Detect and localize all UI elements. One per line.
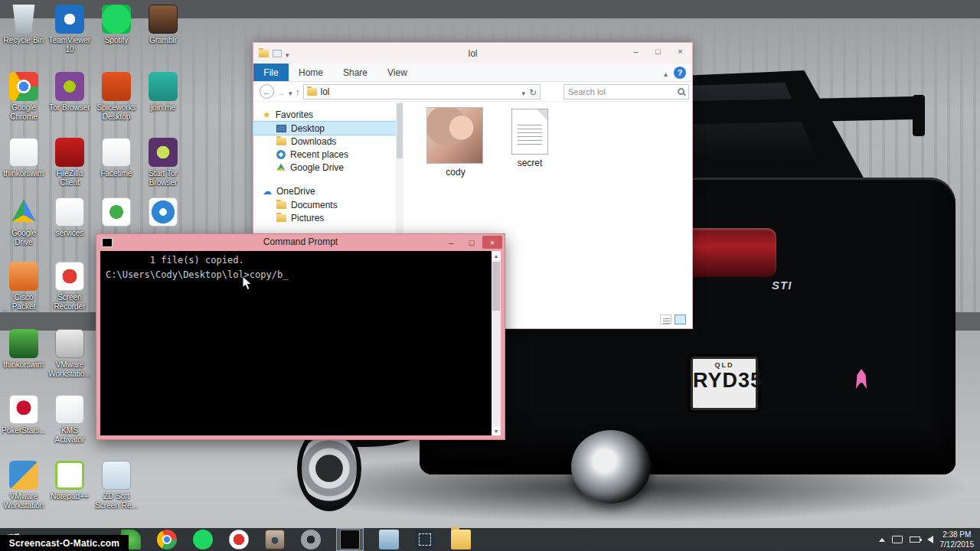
nav-item-desktop[interactable]: Desktop <box>253 122 396 135</box>
spotify-icon <box>102 5 131 34</box>
show-hidden-icons-chevron[interactable] <box>879 538 885 542</box>
ribbon-collapse-icon[interactable] <box>664 66 668 80</box>
desktop-icon-chrome[interactable]: Google Chrome <box>2 72 46 121</box>
thumbnails-view-button[interactable] <box>675 315 686 324</box>
nav-header-label: OneDrive <box>276 186 315 197</box>
nav-onedrive-header[interactable]: OneDrive <box>253 184 396 198</box>
nav-item-recent-places[interactable]: Recent places <box>253 148 396 161</box>
desktop-icon-notepad-plus-plus[interactable]: Notepad++ <box>47 461 92 501</box>
desktop-icon-cisco-packet-tracer[interactable]: Cisco Packet Tracer Inst... <box>2 262 46 311</box>
folder-icon <box>307 88 317 96</box>
pokerstars-icon <box>9 395 38 424</box>
address-bar[interactable]: lol <box>303 84 541 99</box>
desktop-icon-filezilla[interactable]: FileZilla Client <box>47 138 92 187</box>
taskbar-camera-app-icon[interactable] <box>265 530 285 549</box>
file-name: secret <box>505 158 555 168</box>
scroll-down-icon[interactable]: ▼ <box>492 426 501 435</box>
back-button[interactable] <box>260 84 274 99</box>
nav-item-pictures[interactable]: Pictures <box>253 211 396 224</box>
taskbar-file-explorer-icon[interactable] <box>451 530 471 549</box>
nav-favorites-header[interactable]: Favorites <box>253 108 396 122</box>
taskbar-settings-icon[interactable] <box>301 530 321 549</box>
desktop-icon-facetime[interactable]: Facetime <box>94 138 139 178</box>
maximize-button[interactable]: □ <box>647 44 669 59</box>
nav-scrollbar-thumb[interactable] <box>397 103 403 158</box>
chrome-icon <box>9 72 38 101</box>
display-tray-icon[interactable] <box>892 536 903 543</box>
search-input[interactable] <box>568 87 678 96</box>
desktop-icon-unknown-2[interactable] <box>141 197 185 229</box>
forward-button[interactable] <box>277 85 286 99</box>
file-item-secret[interactable]: secret <box>505 109 555 168</box>
search-icon[interactable] <box>678 88 684 95</box>
desktop-icon-thinkorswim[interactable]: thinkorswim <box>2 138 46 178</box>
tab-view[interactable]: View <box>377 64 417 81</box>
icon-label: Cisco Packet Tracer Inst... <box>2 293 46 311</box>
minimize-button[interactable]: – <box>441 236 461 249</box>
desktop-icon-thinkorswim-2[interactable]: thinkorswim <box>2 329 46 370</box>
folder-icon <box>276 214 286 222</box>
search-box[interactable] <box>564 84 689 99</box>
cmd-console-area[interactable]: 1 file(s) copied. C:\Users\Cody\Desktop\… <box>100 251 492 435</box>
desktop-icon-google-drive[interactable]: Google Drive <box>2 197 46 246</box>
minimize-button[interactable]: – <box>625 44 647 59</box>
nav-item-label: Google Drive <box>290 162 344 173</box>
desktop-icon-unknown-1[interactable] <box>94 197 139 229</box>
taskbar-spotify-icon[interactable] <box>193 530 213 549</box>
details-view-button[interactable] <box>660 315 671 324</box>
history-chevron-icon[interactable] <box>289 85 292 99</box>
volume-tray-icon[interactable] <box>927 536 933 543</box>
icon-label: Facetime <box>94 169 139 178</box>
up-one-level-button[interactable] <box>296 85 300 99</box>
icon-label: Tor Browser <box>47 103 92 112</box>
taskbar-cmd-active[interactable] <box>337 529 363 550</box>
taskbar-clock[interactable]: 2:38 PM 7/12/2015 <box>940 530 975 549</box>
close-button[interactable]: × <box>482 236 502 249</box>
desktop-icon-zd-soft[interactable]: ZD Soft Screen Re... <box>94 461 139 510</box>
joinme-icon <box>149 72 178 101</box>
cmd-scrollbar[interactable]: ▲ ▼ <box>492 251 501 435</box>
cmd-titlebar: Command Prompt – □ × <box>96 234 505 251</box>
file-item-cody[interactable]: cody <box>426 107 485 178</box>
desktop-icon-spiceworks[interactable]: Spiceworks Desktop <box>94 72 139 121</box>
desktop-icon-tor-browser[interactable]: Tor Browser <box>47 72 92 112</box>
help-icon[interactable] <box>674 67 686 79</box>
view-toggle-buttons <box>660 315 686 324</box>
desktop-icon-vmware-workstation[interactable]: VMware Workstation <box>2 461 46 510</box>
cmd-scrollbar-thumb[interactable] <box>492 262 500 311</box>
maximize-button[interactable]: □ <box>462 236 482 249</box>
refresh-icon[interactable] <box>529 85 537 99</box>
desktop-icon-gramblr[interactable]: Gramblr <box>141 5 185 45</box>
nav-item-downloads[interactable]: Downloads <box>253 135 396 148</box>
desktop-icon-services[interactable]: services <box>47 197 92 238</box>
desktop-icon-spotify[interactable]: Spotify <box>94 5 139 45</box>
desktop-icon-start-tor-browser[interactable]: Start Tor Browser <box>141 138 185 187</box>
gramblr-icon <box>149 5 178 34</box>
desktop-icon-screen-recorder[interactable]: Screen Recorder <box>47 262 92 311</box>
desktop-icon-pokerstars[interactable]: PokerStars... <box>2 395 46 435</box>
nav-item-label: Pictures <box>291 213 324 223</box>
scroll-up-icon[interactable]: ▲ <box>492 251 501 260</box>
taskbar-chrome-icon[interactable] <box>157 530 177 549</box>
taskbar-media-app-icon[interactable] <box>379 530 399 549</box>
desktop-icon-vmware[interactable]: VMware Workstatio... <box>47 329 92 378</box>
icon-label: Gramblr <box>141 36 185 45</box>
close-button[interactable]: × <box>669 44 691 59</box>
address-chevron-icon[interactable] <box>521 85 525 99</box>
battery-tray-icon[interactable] <box>910 536 920 543</box>
taskbar-recorder-icon[interactable] <box>229 530 249 549</box>
nav-item-documents[interactable]: Documents <box>253 198 396 211</box>
nav-item-google-drive[interactable]: Google Drive <box>253 161 396 174</box>
tab-home[interactable]: Home <box>289 64 333 81</box>
address-path[interactable]: lol <box>321 86 518 97</box>
address-bar-row: lol <box>253 82 692 102</box>
app-icon <box>149 197 178 227</box>
taskbar-snipping-icon[interactable] <box>415 530 435 549</box>
icon-label: Spiceworks Desktop <box>94 103 139 121</box>
desktop-icon-teamviewer[interactable]: TeamViewer 10 <box>47 5 92 54</box>
desktop-icon-kms-activator[interactable]: KMS Activator fo... <box>47 395 92 445</box>
tab-share[interactable]: Share <box>333 64 377 81</box>
desktop-icon-recycle-bin[interactable]: Recycle Bin <box>2 5 46 45</box>
desktop-icon-joinme[interactable]: join.me <box>141 72 185 112</box>
tab-file[interactable]: File <box>253 64 289 81</box>
